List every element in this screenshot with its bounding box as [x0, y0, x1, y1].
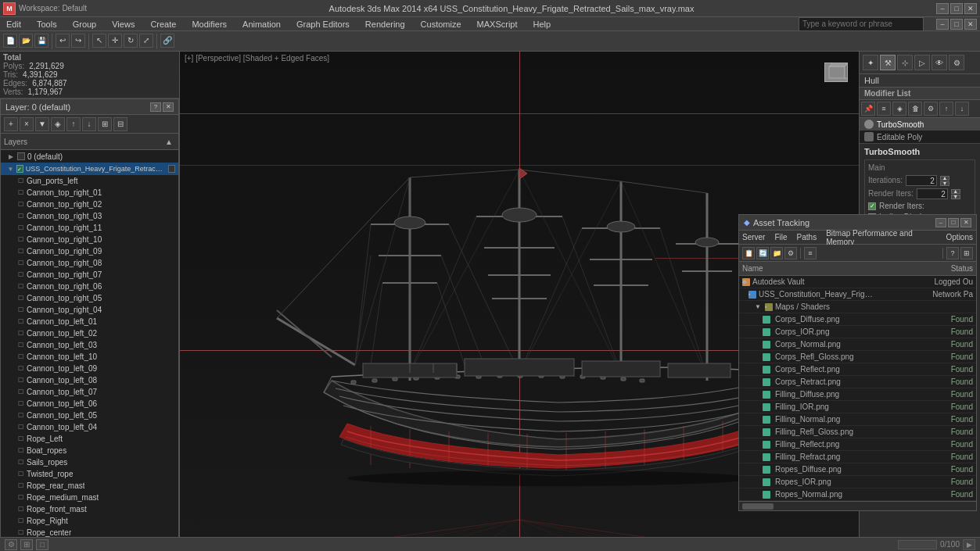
- status-icon-1[interactable]: ⚙: [5, 539, 17, 550]
- layer-sub-cannon-tr07[interactable]: ☐ Cannon_top_right_07: [1, 269, 178, 281]
- layer-sub-cannon-tr02[interactable]: ☐ Cannon_top_right_02: [1, 199, 178, 210]
- layer-tool-up[interactable]: ↑: [66, 117, 81, 131]
- modify-tab[interactable]: ⚒: [880, 55, 896, 70]
- asset-menu-file[interactable]: File: [774, 233, 787, 242]
- toolbar-save-btn[interactable]: 💾: [34, 34, 48, 48]
- asset-row-vault[interactable]: ◆ Autodesk Vault Logged Ou: [739, 276, 976, 288]
- mod-down-btn[interactable]: ↓: [955, 102, 969, 116]
- menu-item-edit[interactable]: Edit: [3, 20, 24, 29]
- ts-render-down[interactable]: ▼: [951, 195, 960, 199]
- layer-sub-cannon-tr03[interactable]: ☐ Cannon_top_right_03: [1, 210, 178, 222]
- layer-tool-down[interactable]: ↓: [82, 117, 96, 131]
- layer-sub-cannon-tr05[interactable]: ☐ Cannon_top_right_05: [1, 292, 178, 304]
- hierarchy-tab[interactable]: ⊹: [897, 55, 913, 70]
- mod-remove-btn[interactable]: 🗑: [908, 102, 922, 116]
- asset-row-uss-file[interactable]: ▪ USS_Constitution_Heavy_Frigate_Retract…: [739, 288, 976, 301]
- menu-item-animation[interactable]: Animation: [239, 20, 284, 29]
- navigation-cube[interactable]: [824, 63, 848, 82]
- ts-iter-down[interactable]: ▼: [940, 181, 949, 186]
- layer-dialog-close-btn[interactable]: ✕: [163, 102, 174, 112]
- asset-row-filling-refl-gloss[interactable]: Filling_Refl_Gloss.png Found: [739, 426, 976, 438]
- layer-sub-cannon-tr06[interactable]: ☐ Cannon_top_right_06: [1, 281, 178, 292]
- layer-sub-twisted-rope[interactable]: ☐ Twisted_rope: [1, 468, 178, 480]
- layer-tool-expand[interactable]: ⊞: [98, 117, 112, 131]
- mod-pin-btn[interactable]: 📌: [861, 102, 875, 116]
- layer-list[interactable]: ▶ 0 (default) ▼ ✓ USS_Constitution_Heavy…: [1, 150, 178, 551]
- layer-sub-cannon-tr11[interactable]: ☐ Cannon_top_right_11: [1, 222, 178, 234]
- ts-render-up[interactable]: ▲: [951, 189, 960, 194]
- menu-item-help[interactable]: Help: [530, 20, 555, 29]
- layer-sub-sails-ropes[interactable]: ☐ Sails_ropes: [1, 456, 178, 468]
- menu-item-maxscript[interactable]: MAXScript: [474, 20, 521, 29]
- toolbar-restore-button[interactable]: □: [950, 19, 963, 30]
- layer-sub-cannon-tr04[interactable]: ☐ Cannon_top_right_04: [1, 304, 178, 316]
- layer-item-default[interactable]: ▶ 0 (default): [1, 150, 178, 163]
- search-input[interactable]: [799, 17, 924, 31]
- menu-item-rendering[interactable]: Rendering: [362, 20, 408, 29]
- mod-stack-btn[interactable]: ≡: [877, 102, 891, 116]
- layer-sub-boat-ropes[interactable]: ☐ Boat_ropes: [1, 445, 178, 456]
- layer-sub-cannon-tl09[interactable]: ☐ Cannon_top_left_09: [1, 363, 178, 374]
- layer-sub-cannon-tl07[interactable]: ☐ Cannon_top_left_07: [1, 386, 178, 398]
- close-button[interactable]: ✕: [964, 3, 977, 14]
- layer-tool-add[interactable]: ▼: [35, 117, 49, 131]
- modifier-turbosmooth[interactable]: TurboSmooth: [860, 118, 980, 131]
- asset-tool-1[interactable]: 📋: [742, 247, 755, 259]
- layer-sub-rope-front[interactable]: ☐ Rope_front_mast: [1, 503, 178, 515]
- layer-sub-cannon-tl05[interactable]: ☐ Cannon_top_left_05: [1, 410, 178, 421]
- layer-tool-delete[interactable]: ×: [20, 117, 34, 131]
- asset-close-btn[interactable]: ✕: [960, 218, 971, 227]
- layer-sub-cannon-tl10[interactable]: ☐ Cannon_top_left_10: [1, 351, 178, 363]
- toolbar-link-btn[interactable]: 🔗: [160, 34, 174, 48]
- menu-item-views[interactable]: Views: [109, 20, 138, 29]
- asset-expand-btn[interactable]: ⊞: [960, 247, 973, 259]
- layer-sub-cannon-tl04[interactable]: ☐ Cannon_top_left_04: [1, 421, 178, 433]
- asset-row-filling-reflect[interactable]: Filling_Reflect.png Found: [739, 438, 976, 451]
- asset-row-filling-diffuse[interactable]: Filling_Diffuse.png Found: [739, 388, 976, 401]
- layer-sub-cannon-tl06[interactable]: ☐ Cannon_top_left_06: [1, 398, 178, 410]
- layer-sub-rope-medium[interactable]: ☐ Rope_medium_mast: [1, 492, 178, 503]
- toolbar-rotate-btn[interactable]: ↻: [124, 34, 138, 48]
- layer-scroll-up[interactable]: ▲: [163, 135, 175, 148]
- toolbar-close-button[interactable]: ✕: [964, 19, 977, 30]
- asset-tool-3[interactable]: 📁: [770, 247, 783, 259]
- asset-row-filling-ior[interactable]: Filling_IOR.png Found: [739, 401, 976, 413]
- mod-configure-btn[interactable]: ⚙: [924, 102, 938, 116]
- asset-row-corps-retract[interactable]: Corps_Retract.png Found: [739, 376, 976, 388]
- ts-render-input[interactable]: [917, 188, 948, 199]
- layer-tool-new[interactable]: +: [4, 117, 18, 131]
- layer-sub-rope-rear[interactable]: ☐ Rope_rear_mast: [1, 480, 178, 492]
- layer-tool-select[interactable]: ◈: [51, 117, 65, 131]
- asset-menu-server[interactable]: Server: [742, 233, 765, 242]
- status-icon-2[interactable]: ⊞: [20, 539, 33, 550]
- layer-sub-cannon-tl03[interactable]: ☐ Cannon_top_left_03: [1, 339, 178, 351]
- asset-scrollbar-h[interactable]: [739, 501, 976, 510]
- toolbar-select-btn[interactable]: ↖: [92, 34, 106, 48]
- asset-row-ropes-diffuse[interactable]: Ropes_Diffuse.png Found: [739, 463, 976, 476]
- modifier-editable-poly[interactable]: Editable Poly: [860, 131, 980, 143]
- layer-dialog-help-btn[interactable]: ?: [150, 102, 161, 112]
- layer-sub-cannon-tl02[interactable]: ☐ Cannon_top_left_02: [1, 327, 178, 339]
- time-slider[interactable]: [898, 540, 937, 549]
- menu-item-graph-editors[interactable]: Graph Editors: [293, 20, 353, 29]
- layer-sub-cannon-tr01[interactable]: ☐ Cannon_top_right_01: [1, 187, 178, 199]
- asset-row-corps-ior[interactable]: Corps_IOR.png Found: [739, 326, 976, 338]
- ts-iter-up[interactable]: ▲: [940, 176, 949, 181]
- motion-tab[interactable]: ▷: [914, 55, 930, 70]
- asset-tool-5[interactable]: ≡: [804, 247, 817, 259]
- asset-menu-paths[interactable]: Paths: [797, 233, 817, 242]
- layer-sub-cannon-tr10[interactable]: ☐ Cannon_top_right_10: [1, 234, 178, 245]
- play-button[interactable]: ▶: [963, 539, 975, 550]
- asset-row-filling-normal[interactable]: Filling_Normal.png Found: [739, 413, 976, 426]
- layer-sub-cannon-tl08[interactable]: ☐ Cannon_top_left_08: [1, 374, 178, 386]
- layer-sub-cannon-tl01[interactable]: ☐ Cannon_top_left_01: [1, 316, 178, 327]
- asset-tool-4[interactable]: ⚙: [784, 247, 797, 259]
- layer-sub-gun-ports[interactable]: ☐ Gun_ports_left: [1, 175, 178, 187]
- layer-sub-cannon-tr08[interactable]: ☐ Cannon_top_right_08: [1, 257, 178, 269]
- create-tab[interactable]: ✦: [863, 55, 878, 70]
- toolbar-move-btn[interactable]: ✛: [108, 34, 122, 48]
- asset-list[interactable]: ◆ Autodesk Vault Logged Ou ▪ USS_Constit…: [739, 276, 976, 501]
- asset-tool-2[interactable]: 🔄: [756, 247, 769, 259]
- status-icon-3[interactable]: □: [36, 539, 48, 550]
- menu-item-modifiers[interactable]: Modifiers: [188, 20, 230, 29]
